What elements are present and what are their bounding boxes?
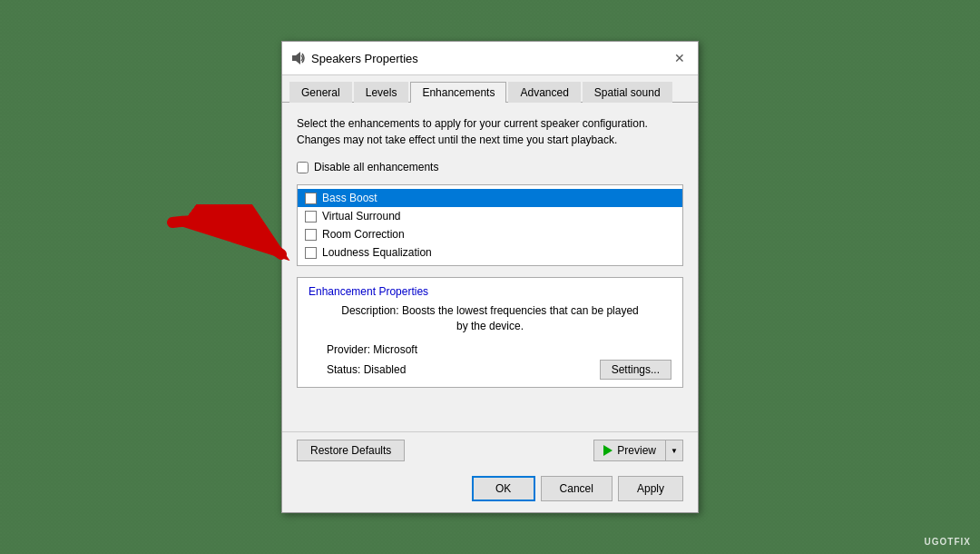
disable-all-row: Disable all enhancements bbox=[297, 161, 683, 173]
tab-bar: General Levels Enhancements Advanced Spa… bbox=[282, 75, 698, 103]
tab-spatial-sound[interactable]: Spatial sound bbox=[583, 82, 672, 103]
preview-button[interactable]: Preview bbox=[593, 440, 665, 461]
status-text: Status: Disabled bbox=[327, 363, 406, 376]
cancel-button[interactable]: Cancel bbox=[541, 476, 612, 501]
enhancement-bass-boost[interactable]: Bass Boost bbox=[298, 189, 682, 207]
status-row: Status: Disabled Settings... bbox=[309, 360, 671, 380]
title-bar: Speakers Properties ✕ bbox=[282, 42, 698, 75]
enhancements-list: Bass Boost Virtual Surround Room Correct… bbox=[297, 184, 683, 266]
disable-all-checkbox[interactable] bbox=[297, 162, 309, 173]
preview-label: Preview bbox=[617, 444, 656, 457]
close-button[interactable]: ✕ bbox=[671, 49, 689, 67]
bass-boost-checkbox[interactable] bbox=[305, 193, 317, 204]
virtual-surround-label: Virtual Surround bbox=[322, 210, 401, 223]
description-line: Description: Boosts the lowest frequenci… bbox=[309, 303, 671, 334]
bass-boost-label: Bass Boost bbox=[322, 192, 377, 204]
tab-general[interactable]: General bbox=[289, 82, 352, 103]
enhancement-virtual-surround[interactable]: Virtual Surround bbox=[298, 207, 682, 225]
speakers-properties-dialog: Speakers Properties ✕ General Levels Enh… bbox=[281, 41, 699, 513]
room-correction-checkbox[interactable] bbox=[305, 229, 317, 241]
properties-title: Enhancement Properties bbox=[309, 285, 671, 298]
ok-button[interactable]: OK bbox=[472, 476, 535, 501]
preview-dropdown-arrow[interactable]: ▼ bbox=[665, 440, 683, 461]
bottom-buttons: OK Cancel Apply bbox=[282, 469, 698, 512]
title-bar-left: Speakers Properties bbox=[291, 51, 418, 65]
svg-rect-1 bbox=[292, 55, 296, 61]
settings-button[interactable]: Settings... bbox=[600, 360, 671, 380]
apply-button[interactable]: Apply bbox=[618, 476, 683, 501]
virtual-surround-checkbox[interactable] bbox=[305, 211, 317, 223]
play-icon bbox=[603, 445, 612, 456]
tab-advanced[interactable]: Advanced bbox=[508, 82, 580, 103]
provider-line: Provider: Microsoft bbox=[309, 343, 671, 356]
room-correction-label: Room Correction bbox=[322, 228, 405, 241]
provider-text: Provider: Microsoft bbox=[327, 343, 417, 356]
description-text: Select the enhancements to apply for you… bbox=[297, 115, 683, 148]
enhancement-loudness-equalization[interactable]: Loudness Equalization bbox=[298, 243, 682, 262]
loudness-equalization-label: Loudness Equalization bbox=[322, 246, 432, 259]
svg-marker-2 bbox=[296, 52, 300, 64]
description2-line1: Description: Boosts the lowest frequenci… bbox=[341, 304, 639, 317]
watermark: UGOTFIX bbox=[925, 537, 971, 547]
properties-content: Description: Boosts the lowest frequenci… bbox=[309, 303, 671, 380]
red-arrow bbox=[154, 204, 299, 286]
enhancement-room-correction[interactable]: Room Correction bbox=[298, 225, 682, 243]
preview-group: Preview ▼ bbox=[593, 440, 683, 461]
restore-defaults-button[interactable]: Restore Defaults bbox=[297, 440, 405, 461]
description2-line2: by the device. bbox=[456, 320, 524, 332]
footer-row: Restore Defaults Preview ▼ bbox=[282, 431, 698, 469]
tab-enhancements[interactable]: Enhancements bbox=[410, 82, 506, 103]
loudness-equalization-checkbox[interactable] bbox=[305, 247, 317, 259]
enhancement-properties-section: Enhancement Properties Description: Boos… bbox=[297, 277, 683, 388]
dialog-title: Speakers Properties bbox=[311, 52, 418, 65]
speaker-icon bbox=[291, 51, 306, 65]
tab-content: Select the enhancements to apply for you… bbox=[282, 103, 698, 431]
tab-levels[interactable]: Levels bbox=[354, 82, 409, 103]
disable-all-label[interactable]: Disable all enhancements bbox=[314, 161, 438, 173]
